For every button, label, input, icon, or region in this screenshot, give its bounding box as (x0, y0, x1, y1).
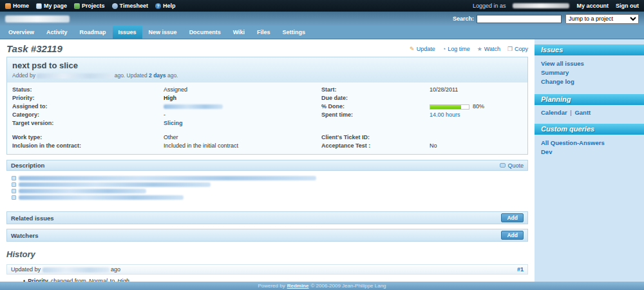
description-body (6, 171, 528, 207)
logged-in-label: Logged in as (473, 3, 506, 9)
quote-label: Quote (507, 162, 524, 169)
sidebar-section-planning: Planning Calendar | Gantt (535, 94, 644, 116)
watch-link[interactable]: ★Watch (477, 46, 500, 52)
target-version-link[interactable]: Slicing (164, 120, 183, 126)
status-value: Assigned (164, 86, 321, 93)
spent-time-label: Spent time: (321, 111, 430, 118)
nav-my-page[interactable]: My page (36, 3, 67, 9)
progress-percent: 80% (473, 103, 484, 110)
tab-documents[interactable]: Documents (184, 26, 227, 39)
tab-settings[interactable]: Settings (277, 26, 312, 39)
inclusion-value: Included in the initial contract (164, 142, 321, 149)
issue-subject: next psd to slice (12, 61, 522, 70)
sidebar-custom-queries-links: All Question-Answers Dev (535, 135, 644, 157)
added-suffix-label: ago. (167, 72, 178, 79)
ago-label: ago (111, 266, 120, 273)
journal-meta: Updated by ago (11, 266, 120, 273)
sidebar-link-calendar[interactable]: Calendar (541, 109, 567, 116)
description-link-line[interactable] (12, 182, 523, 187)
log-time-label: Log time (448, 46, 470, 52)
tab-issues[interactable]: Issues (113, 26, 142, 39)
updated-ago-link[interactable]: 2 days (149, 72, 166, 79)
sidebar-link-all-question-answers[interactable]: All Question-Answers (535, 139, 644, 148)
description-link-line[interactable] (12, 195, 523, 200)
updated-by-label: Updated by (11, 266, 41, 273)
category-label: Category: (12, 111, 164, 118)
watchers-add-button[interactable]: Add (501, 231, 524, 240)
watch-label: Watch (484, 46, 500, 52)
issue-card: next psd to slice Added by ago. Updated … (6, 57, 528, 155)
context-row: Task #32119 ✎Update ◔Log time ★Watch ❐Co… (6, 43, 528, 54)
update-link[interactable]: ✎Update (410, 46, 435, 52)
description-link-line[interactable] (12, 189, 523, 193)
planning-separator: | (570, 109, 571, 116)
attrs-gap (12, 128, 522, 132)
sign-out-link[interactable]: Sign out (616, 3, 639, 9)
sidebar-link-gantt[interactable]: Gantt (574, 109, 591, 116)
tab-new-issue[interactable]: New issue (143, 26, 183, 39)
sidebar-link-change-log[interactable]: Change log (535, 77, 644, 86)
nav-projects[interactable]: Projects (74, 3, 105, 9)
quote-bubble-icon (500, 163, 506, 168)
jump-to-project-select[interactable]: Jump to a project (565, 14, 639, 24)
link-icon (12, 182, 16, 187)
page-icon (36, 3, 42, 9)
my-account-link[interactable]: My account (576, 3, 609, 9)
tab-activity[interactable]: Activity (41, 26, 73, 39)
nav-timesheet[interactable]: Timesheet (112, 3, 148, 9)
update-label: Update (417, 46, 435, 52)
sidebar-link-summary[interactable]: Summary (535, 68, 644, 77)
powered-by-label: Powered by (258, 283, 285, 289)
redacted-url (19, 182, 211, 187)
related-add-button[interactable]: Add (501, 213, 524, 222)
quote-link[interactable]: Quote (500, 162, 524, 169)
acceptance-test-value: No (430, 142, 522, 149)
assigned-to-value[interactable] (164, 103, 321, 110)
tab-wiki[interactable]: Wiki (227, 26, 251, 39)
done-label: % Done: (321, 103, 430, 110)
sidebar-link-view-all-issues[interactable]: View all issues (535, 59, 644, 68)
project-header: Search: Jump to a project (0, 12, 644, 26)
done-value: 80% (430, 103, 522, 110)
nav-help[interactable]: ?Help (155, 3, 176, 9)
work-type-value: Other (164, 134, 321, 140)
link-icon (12, 195, 16, 200)
sidebar-link-dev[interactable]: Dev (535, 148, 644, 157)
category-value: - (164, 111, 321, 118)
description-section-bar: Description Quote (6, 160, 528, 171)
work-type-label: Work type: (12, 134, 164, 140)
sidebar-issues-links: View all issues Summary Change log (535, 55, 644, 86)
client-ticket-label: Client's Ticket ID: (321, 134, 430, 140)
sidebar-issues-header: Issues (535, 44, 644, 55)
nav-home[interactable]: Home (5, 3, 29, 9)
journal-number-link[interactable]: #1 (517, 266, 524, 273)
issue-attributes: Status: Assigned Start: 10/28/2011 Prior… (7, 82, 527, 154)
link-icon (12, 189, 16, 193)
clock-icon (112, 3, 118, 9)
log-time-link[interactable]: ◔Log time (442, 46, 470, 52)
redmine-link[interactable]: Redmine (287, 283, 309, 289)
priority-value: High (164, 95, 321, 101)
nav-projects-label: Projects (82, 3, 105, 9)
nav-my-page-label: My page (44, 3, 67, 9)
tab-files[interactable]: Files (251, 26, 276, 39)
tab-overview[interactable]: Overview (3, 26, 40, 39)
related-issues-bar: Related issues Add (6, 211, 528, 224)
issue-actions: ✎Update ◔Log time ★Watch ❐Copy (410, 46, 528, 52)
target-version-label: Target version: (12, 120, 164, 126)
pencil-icon: ✎ (410, 46, 415, 52)
nav-timesheet-label: Timesheet (120, 3, 148, 9)
spent-time-link[interactable]: 14.00 hours (430, 111, 460, 118)
tab-roadmap[interactable]: Roadmap (74, 26, 112, 39)
added-middle-label: ago. Updated (115, 72, 147, 79)
search-label: Search: (453, 15, 474, 22)
copyright-label: © 2006-2009 Jean-Philippe Lang (310, 283, 386, 289)
redacted-journal-user (43, 267, 109, 273)
copy-link[interactable]: ❐Copy (507, 46, 528, 52)
help-icon: ? (155, 3, 161, 9)
search-input[interactable] (477, 15, 562, 23)
description-link-line[interactable] (12, 176, 523, 180)
star-icon: ★ (477, 46, 482, 52)
sidebar-planning-header: Planning (535, 94, 644, 105)
link-icon (12, 176, 16, 180)
